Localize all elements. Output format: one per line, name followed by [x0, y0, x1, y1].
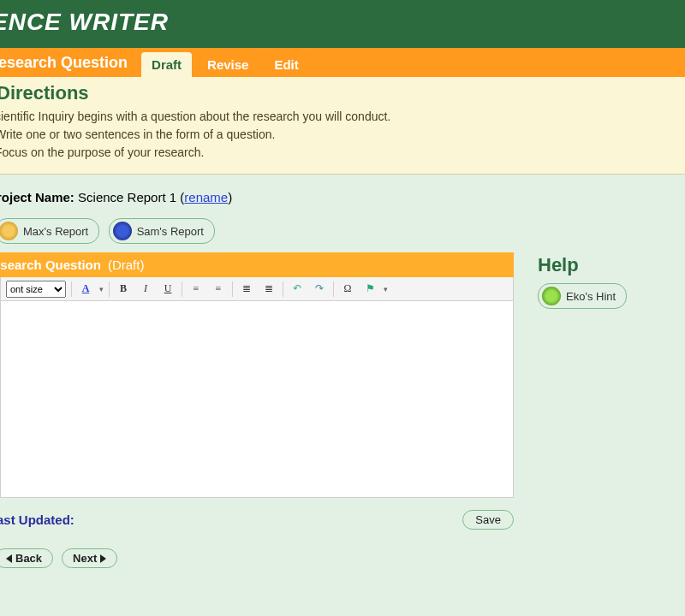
next-label: Next	[73, 552, 97, 565]
eko-avatar-icon	[542, 287, 561, 305]
tab-edit[interactable]: Edit	[264, 52, 308, 77]
app-title: ENCE WRITER	[0, 9, 685, 36]
report-buttons-row: Max's Report Sam's Report	[0, 218, 673, 244]
nav-row: Back Next	[0, 548, 514, 568]
editor-title: esearch Question	[0, 258, 101, 272]
flag-button[interactable]: ⚑	[361, 281, 378, 298]
editor-header: esearch Question (Draft)	[0, 252, 514, 277]
directions-line-3: Focus on the purpose of your research.	[0, 144, 676, 162]
italic-button[interactable]: I	[137, 281, 154, 298]
undo-button[interactable]: ↶	[289, 281, 306, 298]
font-size-select[interactable]: ont size	[6, 281, 66, 298]
project-name-value: Science Report 1	[78, 190, 176, 204]
last-updated-label: ast Updated:	[0, 512, 74, 527]
bold-button[interactable]: B	[115, 281, 132, 298]
toolbar-separator	[109, 281, 110, 297]
align-center-button[interactable]: ≡	[210, 281, 227, 298]
sam-avatar-icon	[113, 222, 132, 240]
section-title: esearch Question	[0, 49, 136, 77]
toolbar-separator	[333, 281, 334, 297]
help-heading: Help	[538, 254, 632, 276]
tab-draft[interactable]: Draft	[141, 52, 192, 77]
toolbar-separator	[283, 281, 283, 297]
directions-line-1: cientific Inquiry begins with a question…	[0, 108, 676, 126]
next-button[interactable]: Next	[62, 548, 117, 568]
chevron-left-icon	[6, 554, 12, 563]
help-column: Help Eko's Hint	[538, 252, 632, 309]
editor-toolbar: ont size A ▾ B I U ≡ ≡ ≣ ≣ ↶ ↷ Ω	[0, 277, 514, 301]
toolbar-separator	[182, 281, 182, 297]
save-button[interactable]: Save	[462, 510, 514, 530]
editor-panel: esearch Question (Draft) ont size A ▾ B …	[0, 252, 514, 568]
directions-panel: Directions cientific Inquiry begins with…	[0, 77, 685, 175]
rename-link[interactable]: rename	[184, 190, 228, 204]
max-report-button[interactable]: Max's Report	[0, 218, 99, 244]
content-area: roject Name: Science Report 1 (rename) M…	[0, 175, 685, 575]
editor-footer: ast Updated: Save	[0, 510, 514, 530]
sam-report-button[interactable]: Sam's Report	[109, 218, 215, 244]
back-label: Back	[15, 552, 42, 565]
tab-revise[interactable]: Revise	[197, 52, 259, 77]
bullet-list-button[interactable]: ≣	[238, 281, 255, 298]
max-report-label: Max's Report	[23, 225, 88, 238]
toolbar-separator	[232, 281, 233, 297]
directions-line-2: Write one or two sentences in the form o…	[0, 126, 676, 144]
redo-button[interactable]: ↷	[311, 281, 328, 298]
project-name-label: roject Name:	[0, 190, 74, 204]
underline-button[interactable]: U	[159, 281, 176, 298]
number-list-button[interactable]: ≣	[260, 281, 277, 298]
editor-textarea[interactable]	[0, 301, 514, 498]
font-color-button[interactable]: A	[77, 281, 94, 298]
tab-bar: esearch Question Draft Revise Edit	[0, 48, 685, 77]
editor-phase: (Draft)	[108, 258, 145, 272]
toolbar-separator	[71, 281, 72, 297]
align-left-button[interactable]: ≡	[188, 281, 205, 298]
directions-heading: Directions	[0, 82, 676, 104]
app-header: ENCE WRITER	[0, 0, 685, 48]
project-name-row: roject Name: Science Report 1 (rename)	[0, 190, 673, 204]
max-avatar-icon	[0, 222, 18, 240]
chevron-right-icon	[100, 554, 106, 563]
back-button[interactable]: Back	[0, 548, 53, 568]
sam-report-label: Sam's Report	[137, 225, 204, 238]
eko-hint-button[interactable]: Eko's Hint	[538, 283, 627, 309]
eko-hint-label: Eko's Hint	[566, 290, 616, 303]
special-char-button[interactable]: Ω	[339, 281, 356, 298]
